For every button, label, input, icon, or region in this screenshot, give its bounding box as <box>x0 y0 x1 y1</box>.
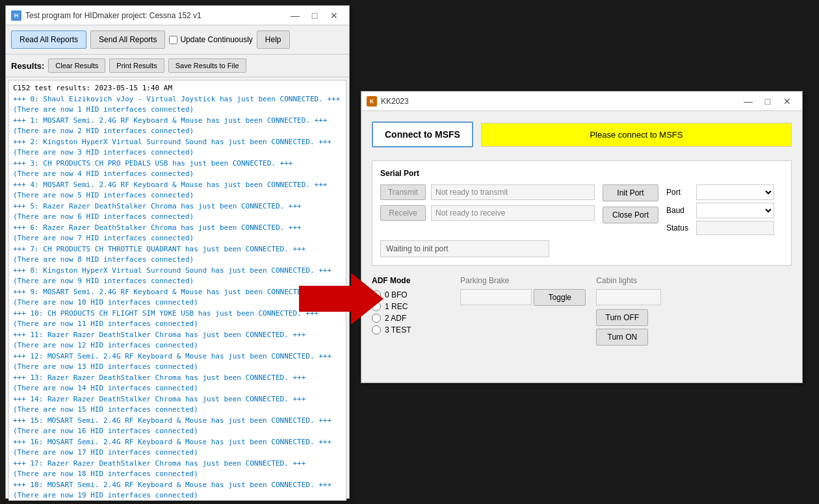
help-button[interactable]: Help <box>257 31 290 49</box>
adf-option: 1 REC <box>372 302 450 311</box>
arrow-graphic <box>299 273 384 325</box>
update-continuously-checkbox[interactable] <box>169 36 177 44</box>
receive-row: Receive <box>380 205 595 221</box>
serial-left: Transmit Receive <box>380 184 595 235</box>
log-line: +++ 17: Razer Razer DeathStalker Chroma … <box>13 459 342 470</box>
log-line: (There are now 19 HID interfaces connect… <box>13 490 342 501</box>
transmit-button[interactable]: Transmit <box>380 184 426 200</box>
turn-off-button[interactable]: Turn OFF <box>596 309 648 326</box>
receive-status-input <box>431 205 595 221</box>
log-line: (There are now 12 HID interfaces connect… <box>13 340 342 351</box>
window-kk2023: K KK2023 — □ ✕ Connect to MSFS Please co… <box>361 91 803 383</box>
clear-results-button[interactable]: Clear Results <box>48 58 105 73</box>
adf-option-label: 3 TEST <box>385 325 411 334</box>
window-title-1: Test program for HIDmaker project: Cessn… <box>25 11 202 20</box>
titlebar-1: H Test program for HIDmaker project: Ces… <box>6 6 349 25</box>
log-line: (There are now 11 HID interfaces connect… <box>13 319 342 330</box>
send-all-reports-button[interactable]: Send All Reports <box>90 31 165 49</box>
log-line: (There are now 10 HID interfaces connect… <box>13 297 342 309</box>
titlebar-left-2: K KK2023 <box>367 96 409 107</box>
adf-radio-3[interactable] <box>372 325 381 334</box>
save-results-button[interactable]: Save Results to File <box>168 58 246 73</box>
adf-option-label: 1 REC <box>385 302 408 311</box>
log-line: +++ 1: MOSART Semi. 2.4G RF Keyboard & M… <box>13 116 342 127</box>
results-label: Results: <box>11 61 44 71</box>
parking-brake-section: Parking Brake Toggle <box>460 276 586 346</box>
baud-label-text: Baud <box>666 206 692 215</box>
toggle-button[interactable]: Toggle <box>534 289 586 306</box>
maximize-button-1[interactable]: □ <box>305 6 324 25</box>
log-line: (There are now 8 HID interfaces connecte… <box>13 255 342 266</box>
parking-brake-label: Parking Brake <box>460 276 586 285</box>
status-label-text: Status <box>666 223 692 233</box>
window-controls-1: — □ ✕ <box>285 6 344 25</box>
log-line: (There are now 5 HID interfaces connecte… <box>13 190 342 201</box>
log-line: (There are now 6 HID interfaces connecte… <box>13 212 342 223</box>
waiting-text-input <box>380 240 549 257</box>
log-line: +++ 3: CH PRODUCTS CH PRO PEDALS USB has… <box>13 158 342 170</box>
log-line: +++ 10: CH PRODUCTS CH FLIGHT SIM YOKE U… <box>13 309 342 320</box>
adf-options: 0 BFO1 REC2 ADF3 TEST <box>372 290 450 334</box>
connect-msfs-button[interactable]: Connect to MSFS <box>372 121 473 147</box>
port-select[interactable] <box>696 184 774 200</box>
minimize-button-1[interactable]: — <box>285 6 305 25</box>
adf-mode-section: ADF Mode 0 BFO1 REC2 ADF3 TEST <box>372 276 450 346</box>
log-line: +++ 0: Shaul Eizikovich vJoy - Virtual J… <box>13 94 342 105</box>
adf-option: 3 TEST <box>372 325 450 334</box>
status-row: Status <box>666 221 783 235</box>
update-continuously-text: Update Continuously <box>180 35 252 44</box>
log-line: (There are now 14 HID interfaces connect… <box>13 383 342 394</box>
results-bar: Results: Clear Results Print Results Sav… <box>6 55 349 77</box>
log-line: C152 test results: 2023-05-15 1:40 AM <box>13 83 342 94</box>
adf-option: 2 ADF <box>372 314 450 323</box>
connect-status-bar: Please connect to MSFS <box>481 123 792 147</box>
log-line: +++ 9: MOSART Semi. 2.4G RF Keyboard & M… <box>13 287 342 298</box>
log-line: +++ 12: MOSART Semi. 2.4G RF Keyboard & … <box>13 351 342 362</box>
log-line: +++ 13: Razer Razer DeathStalker Chroma … <box>13 373 342 384</box>
log-line: (There are now 4 HID interfaces connecte… <box>13 169 342 180</box>
log-line: +++ 4: MOSART Semi. 2.4G RF Keyboard & M… <box>13 180 342 191</box>
log-line: (There are now 3 HID interfaces connecte… <box>13 147 342 158</box>
log-line: +++ 11: Razer Razer DeathStalker Chroma … <box>13 330 342 341</box>
log-line: +++ 6: Razer Razer DeathStalker Chroma h… <box>13 223 342 234</box>
status-input <box>696 221 774 235</box>
maximize-button-2[interactable]: □ <box>758 92 777 110</box>
minimize-button-2[interactable]: — <box>738 92 758 110</box>
update-continuously-label[interactable]: Update Continuously <box>169 35 252 44</box>
window-test-program: H Test program for HIDmaker project: Ces… <box>5 5 350 499</box>
log-line: +++ 8: Kingston HyperX Virtual Surround … <box>13 266 342 277</box>
log-line: (There are now 7 HID interfaces connecte… <box>13 233 342 244</box>
print-results-button[interactable]: Print Results <box>109 58 164 73</box>
receive-button[interactable]: Receive <box>380 205 426 221</box>
turn-on-button[interactable]: Turn ON <box>596 329 648 346</box>
transmit-row: Transmit <box>380 184 595 200</box>
close-button-2[interactable]: ✕ <box>777 92 797 110</box>
log-line: +++ 18: MOSART Semi. 2.4G RF Keyboard & … <box>13 480 342 491</box>
cabin-lights-label: Cabin lights <box>596 276 661 285</box>
log-line: +++ 7: CH PRODUCTS CH THROTTLE QUADRANT … <box>13 244 342 255</box>
read-all-reports-button[interactable]: Read All Reports <box>11 31 86 49</box>
connect-row: Connect to MSFS Please connect to MSFS <box>372 121 792 147</box>
serial-controls: Init Port Close Port <box>603 184 658 235</box>
results-area[interactable]: C152 test results: 2023-05-15 1:40 AM+++… <box>8 80 346 501</box>
win2-body: Connect to MSFS Please connect to MSFS S… <box>361 111 802 356</box>
window-controls-2: — □ ✕ <box>738 92 797 110</box>
toolbar-1: Read All Reports Send All Reports Update… <box>6 25 349 55</box>
adf-option-label: 0 BFO <box>385 290 408 299</box>
serial-port-label: Serial Port <box>380 169 783 178</box>
log-line: +++ 2: Kingston HyperX Virtual Surround … <box>13 137 342 148</box>
titlebar-2: K KK2023 — □ ✕ <box>361 92 802 111</box>
log-line: (There are now 9 HID interfaces connecte… <box>13 276 342 287</box>
close-port-button[interactable]: Close Port <box>603 207 658 223</box>
port-config: Port Baud Status <box>666 184 783 235</box>
app-icon-2: K <box>367 96 377 107</box>
log-line: +++ 5: Razer Razer DeathStalker Chroma h… <box>13 201 342 212</box>
serial-grid: Transmit Receive Init Port Close Port Po… <box>380 184 783 235</box>
log-line: (There are now 15 HID interfaces connect… <box>13 405 342 416</box>
log-line: +++ 14: Razer Razer DeathStalker Chroma … <box>13 394 342 405</box>
close-button-1[interactable]: ✕ <box>324 6 344 25</box>
baud-select[interactable] <box>696 203 774 218</box>
adf-option: 0 BFO <box>372 290 450 299</box>
init-port-button[interactable]: Init Port <box>603 184 658 201</box>
app-icon: H <box>11 10 21 21</box>
